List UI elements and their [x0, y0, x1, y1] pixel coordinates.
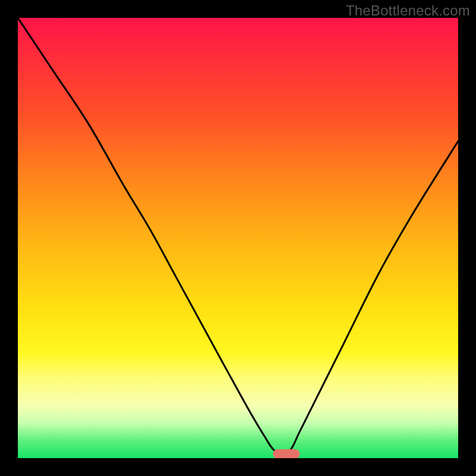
watermark-text: TheBottleneck.com	[346, 2, 470, 19]
plot-area	[18, 18, 458, 458]
bottleneck-curve-path	[18, 18, 458, 454]
curve-svg	[18, 18, 458, 458]
chart-frame: TheBottleneck.com	[0, 0, 476, 476]
minimum-marker	[273, 449, 299, 458]
